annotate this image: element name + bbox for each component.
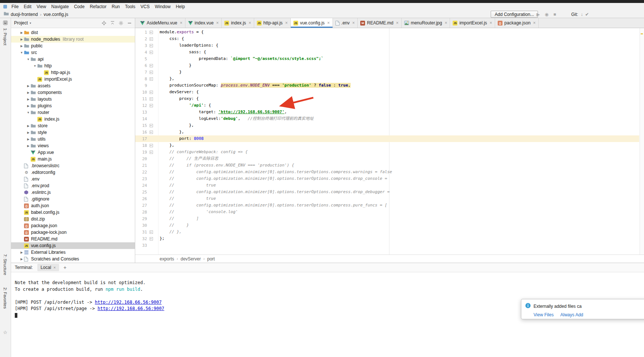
terminal-url-link[interactable]: http://192.168.66.56:9007 — [95, 300, 162, 305]
tab-close-icon[interactable]: × — [216, 20, 219, 26]
chevron-collapsed-icon[interactable]: ▶ — [19, 44, 24, 48]
line-number[interactable]: 10 — [135, 90, 147, 95]
code-line-33[interactable]: 33 — [135, 242, 639, 249]
new-terminal-session-icon[interactable]: + — [64, 265, 67, 270]
tab-close-icon[interactable]: × — [285, 20, 288, 26]
tab-vue-config-js[interactable]: JSvue.config.js× — [291, 18, 333, 28]
code-line-5[interactable]: 5 prependData: `@import "~@/assets/scss/… — [135, 55, 639, 62]
fold-marker-icon[interactable]: − — [150, 64, 153, 67]
git-update-icon[interactable]: ↓ — [581, 12, 583, 17]
tab-close-icon[interactable]: × — [352, 20, 355, 26]
tree-item-node-modules[interactable]: ▶node_moduleslibrary root — [11, 36, 135, 43]
code-line-12[interactable]: 12− '/api': { — [135, 102, 639, 109]
tool-stripe-project[interactable]: 1: Project — [0, 20, 10, 45]
run-icon[interactable]: ▶ — [536, 12, 540, 17]
line-number[interactable]: 3 — [135, 43, 147, 48]
chevron-expanded-icon[interactable]: ▼ — [26, 111, 31, 114]
chevron-collapsed-icon[interactable]: ▶ — [26, 91, 31, 94]
chevron-collapsed-icon[interactable]: ▶ — [26, 84, 31, 88]
tool-stripe-structure[interactable]: 7: Structure — [0, 254, 10, 275]
tree-item-layouts[interactable]: ▶layouts — [11, 96, 135, 102]
breadcrumb-port[interactable]: port — [207, 256, 215, 262]
project-panel-title[interactable]: Project — [14, 20, 28, 26]
line-number[interactable]: 5 — [135, 57, 147, 61]
chevron-expanded-icon[interactable]: ▼ — [26, 58, 31, 61]
tab-close-icon[interactable]: × — [396, 20, 399, 26]
code-line-31[interactable]: 31− // }, — [135, 229, 639, 235]
fold-marker-icon[interactable]: − — [150, 230, 153, 234]
line-number[interactable]: 18 — [135, 143, 147, 148]
line-number[interactable]: 31 — [135, 230, 147, 235]
tab-importexcel-js[interactable]: JSimportExcel.js× — [450, 18, 495, 28]
line-number[interactable]: 19 — [135, 150, 147, 155]
tab-close-icon[interactable]: × — [490, 20, 492, 26]
tree-item-eslintrc-js[interactable]: .eslintrc.js — [11, 189, 135, 196]
code-line-13[interactable]: 13 target: 'http://192.168.66.56:9007', — [135, 109, 639, 115]
chevron-collapsed-icon[interactable]: ▶ — [26, 124, 31, 128]
fold-marker-icon[interactable]: − — [150, 97, 153, 101]
breadcrumb-devserver[interactable]: devServer — [181, 256, 201, 262]
line-number[interactable]: 17 — [135, 137, 147, 141]
menu-edit[interactable]: Edit — [21, 3, 34, 10]
menu-tools[interactable]: Tools — [122, 3, 138, 10]
fold-marker-icon[interactable]: − — [150, 151, 153, 154]
tree-item-style[interactable]: ▶style — [11, 129, 135, 136]
chevron-collapsed-icon[interactable]: ▶ — [26, 138, 31, 141]
line-number[interactable]: 30 — [135, 223, 147, 228]
code-line-7[interactable]: 7− } — [135, 69, 639, 75]
menu-vcs[interactable]: VCS — [138, 3, 152, 10]
chevron-collapsed-icon[interactable]: ▶ — [19, 31, 24, 34]
code-line-11[interactable]: 11− proxy: { — [135, 95, 639, 102]
menu-refactor[interactable]: Refactor — [87, 3, 109, 10]
debug-icon[interactable]: ◉ — [545, 12, 548, 17]
tree-item-package-lock-json[interactable]: {}package-lock.json — [11, 229, 135, 236]
collapse-all-icon[interactable] — [110, 21, 115, 26]
tree-item-main-js[interactable]: JSmain.js — [11, 156, 135, 162]
tree-item-auth-json[interactable]: {}auth.json — [11, 202, 135, 209]
locate-file-icon[interactable] — [102, 21, 106, 26]
fold-marker-icon[interactable]: − — [150, 31, 153, 34]
code-line-20[interactable]: 20 // // 生产去除日志 — [135, 155, 639, 162]
tab-package-json[interactable]: {}package.json× — [495, 18, 539, 28]
tab-close-icon[interactable]: × — [327, 20, 330, 26]
tree-item-plugins[interactable]: ▶plugins — [11, 102, 135, 109]
code-line-10[interactable]: 10− devServer: { — [135, 89, 639, 95]
line-number[interactable]: 12 — [135, 103, 147, 108]
tree-item-http[interactable]: ▼http — [11, 63, 135, 69]
line-number[interactable]: 11 — [135, 97, 147, 101]
tree-item-public[interactable]: ▶public — [11, 43, 135, 49]
chevron-collapsed-icon[interactable]: ▶ — [19, 38, 24, 41]
tree-item-env-prod[interactable]: .env.prod — [11, 182, 135, 189]
line-number[interactable]: 4 — [135, 50, 147, 55]
tab-menurouter-jpg[interactable]: menuRouter.jpg× — [402, 18, 450, 28]
tree-item-babel-config-js[interactable]: JSbabel.config.js — [11, 209, 135, 216]
add-configuration-button[interactable]: Add Configuration... — [491, 11, 538, 18]
code-line-27[interactable]: 27 // config.optimization.minimizer[0].o… — [135, 202, 639, 209]
code-line-21[interactable]: 21 // if (process.env.NODE_ENV === 'prod… — [135, 162, 639, 169]
tree-item-http-api-js[interactable]: JShttp-api.js — [11, 69, 135, 76]
breadcrumb-file[interactable]: vue.config.js — [44, 12, 68, 17]
line-number[interactable]: 32 — [135, 236, 147, 241]
tree-item-src[interactable]: ▼src — [11, 49, 135, 56]
code-line-14[interactable]: 14 logLevel:'debug', //控制台终端打印代理前的真实地址 — [135, 115, 639, 122]
tab-close-icon[interactable]: × — [444, 20, 447, 26]
settings-gear-icon[interactable] — [119, 21, 123, 26]
menu-window[interactable]: Window — [152, 3, 173, 10]
tool-stripe-favorites[interactable]: 2: Favorites — [0, 287, 10, 309]
tree-item-index-js[interactable]: JSindex.js — [11, 116, 135, 122]
line-number[interactable]: 29 — [135, 216, 147, 221]
code-line-25[interactable]: 25 // config.optimization.minimizer[0].o… — [135, 189, 639, 195]
code-line-2[interactable]: 2− css: { — [135, 36, 639, 42]
line-number[interactable]: 7 — [135, 70, 147, 75]
tree-item-external-libraries[interactable]: ▶External Libraries — [11, 249, 135, 256]
hide-panel-icon[interactable] — [127, 21, 132, 26]
chevron-collapsed-icon[interactable]: ▶ — [26, 98, 31, 101]
menu-help[interactable]: Help — [173, 3, 188, 10]
tree-item-components[interactable]: ▶components — [11, 89, 135, 96]
breadcrumb-exports[interactable]: exports — [160, 256, 174, 262]
fold-marker-icon[interactable]: − — [150, 131, 153, 134]
code-line-15[interactable]: 15− }, — [135, 122, 639, 129]
chevron-collapsed-icon[interactable]: ▶ — [19, 251, 24, 254]
always-add-link[interactable]: Always Add — [560, 312, 583, 317]
tree-item-importexcel-js[interactable]: JSimportExcel.js — [11, 76, 135, 82]
